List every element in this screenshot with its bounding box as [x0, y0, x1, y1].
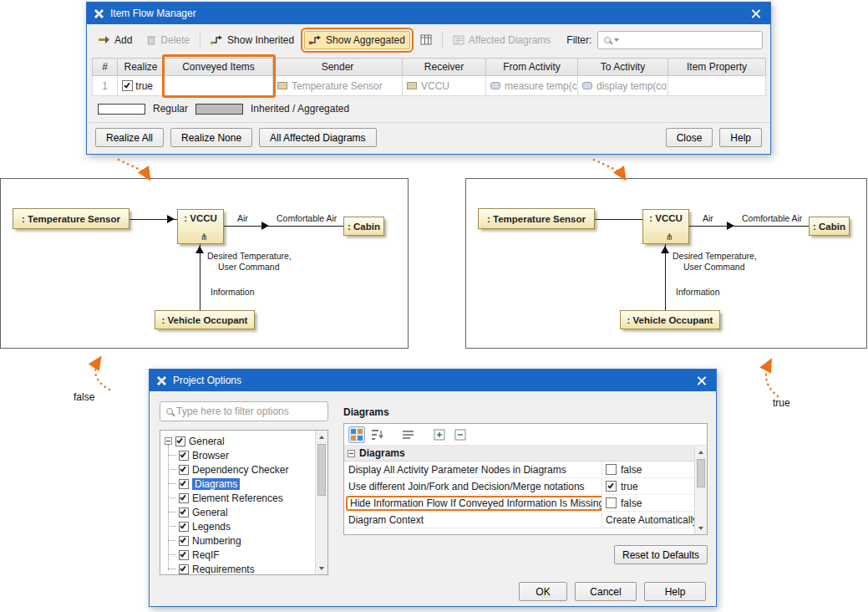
ifm-titlebar[interactable]: Item Flow Manager [87, 3, 770, 24]
col-header-receiver[interactable]: Receiver [403, 59, 486, 76]
tree-checkbox[interactable] [179, 479, 189, 489]
collapse-icon[interactable] [348, 450, 355, 457]
reset-to-defaults-button[interactable]: Reset to Defaults [614, 545, 708, 564]
cancel-button[interactable]: Cancel [575, 582, 637, 601]
vehicle-occupant-node[interactable]: : Vehicle Occupant [155, 310, 255, 329]
filter-options-input[interactable] [176, 405, 322, 417]
temperature-sensor-node[interactable]: : Temperature Sensor [13, 208, 129, 229]
show-description-button[interactable] [400, 426, 417, 443]
scroll-up-icon[interactable] [695, 446, 707, 458]
property-grid-scrollbar[interactable] [694, 446, 707, 534]
tree-item-numbering[interactable]: Numbering [168, 533, 327, 548]
cabin-node[interactable]: : Cabin [809, 217, 850, 236]
tree-checkbox[interactable] [179, 536, 189, 546]
col-header-num[interactable]: # [93, 59, 118, 76]
tree-item-legends[interactable]: Legends [168, 519, 327, 533]
options-tree: General Browser Dependency Checker Diagr… [160, 430, 328, 575]
tree-item-dependency-checker[interactable]: Dependency Checker [168, 462, 327, 477]
affected-diagrams-button[interactable]: Affected Diagrams [449, 32, 556, 48]
help-button[interactable]: Help [644, 582, 706, 601]
col-header-item-property[interactable]: Item Property [668, 59, 766, 76]
realize-checkbox[interactable] [122, 80, 133, 91]
options-filter-box[interactable] [160, 401, 328, 421]
legend-inherited-swatch [195, 104, 243, 115]
ok-button[interactable]: OK [519, 582, 567, 601]
tree-checkbox[interactable] [179, 493, 189, 503]
cell-conveyed-items[interactable] [165, 76, 273, 96]
po-close-icon[interactable] [694, 373, 709, 388]
table-row[interactable]: 1 true Temperature Sensor VCCU measure t… [93, 76, 766, 96]
col-header-from-activity[interactable]: From Activity [486, 59, 578, 76]
cabin-node[interactable]: : Cabin [343, 217, 384, 236]
value-checkbox[interactable] [606, 481, 617, 492]
filter-label: Filter: [566, 34, 591, 46]
col-header-to-activity[interactable]: To Activity [578, 59, 668, 76]
realize-all-button[interactable]: Realize All [95, 128, 164, 147]
desired-temperature-label: Desired Temperature, [207, 251, 292, 261]
tree-checkbox[interactable] [179, 550, 189, 560]
help-button[interactable]: Help [719, 128, 762, 147]
scroll-down-icon[interactable] [695, 522, 707, 534]
tree-checkbox[interactable] [179, 465, 189, 475]
property-row[interactable]: Diagram Context Create Automatically [344, 512, 694, 528]
col-header-conveyed-items[interactable]: Conveyed Items [165, 59, 273, 76]
col-header-sender[interactable]: Sender [273, 59, 403, 76]
expand-all-button[interactable] [431, 426, 448, 443]
temperature-sensor-node[interactable]: : Temperature Sensor [478, 208, 595, 229]
internal-structure-icon: ⋔ [201, 232, 208, 242]
tree-scrollbar[interactable] [315, 431, 327, 574]
po-titlebar[interactable]: Project Options [150, 370, 716, 391]
realize-none-button[interactable]: Realize None [170, 128, 252, 147]
show-inherited-button[interactable]: Show Inherited [206, 32, 298, 48]
filter-searchbox[interactable] [597, 31, 763, 49]
chevron-down-icon[interactable] [614, 38, 619, 42]
tree-checkbox[interactable] [175, 436, 185, 446]
collapse-icon[interactable] [165, 437, 172, 445]
tree-checkbox[interactable] [179, 522, 189, 532]
diagram-panel-right: : Temperature Sensor : VCCU ⋔ Air Comfor… [465, 178, 867, 349]
tree-item-reqif[interactable]: ReqIF [168, 548, 327, 562]
show-aggregated-button[interactable]: Show Aggregated [304, 31, 410, 49]
cell-from-activity: measure temp(co [486, 76, 578, 96]
close-button[interactable]: Close [666, 128, 713, 147]
categorized-view-button[interactable] [348, 426, 365, 443]
scrollbar-thumb[interactable] [697, 459, 705, 487]
property-row-hide-information-flow[interactable]: Hide Information Flow If Conveyed Inform… [344, 495, 694, 512]
tree-item-diagrams[interactable]: Diagrams [168, 477, 327, 491]
vccu-node[interactable]: : VCCU ⋔ [177, 209, 224, 244]
tree-item-general[interactable]: General [168, 505, 327, 519]
filter-input[interactable] [622, 34, 756, 46]
scroll-up-icon[interactable] [316, 431, 327, 443]
tree-checkbox[interactable] [179, 507, 189, 518]
toolbar-separator [200, 32, 201, 48]
tree-checkbox[interactable] [179, 451, 189, 461]
internal-structure-icon: ⋔ [666, 232, 673, 242]
scrollbar-thumb[interactable] [317, 444, 326, 496]
property-row[interactable]: Display All Activity Parameter Nodes in … [344, 462, 694, 478]
property-group-diagrams[interactable]: Diagrams [344, 446, 694, 462]
all-affected-diagrams-button[interactable]: All Affected Diagrams [259, 128, 377, 147]
categorized-icon [351, 429, 363, 441]
ifm-close-icon[interactable] [749, 6, 764, 21]
tree-item-browser[interactable]: Browser [168, 448, 327, 462]
sort-alphabetically-button[interactable] [369, 426, 386, 443]
scroll-down-icon[interactable] [316, 562, 327, 574]
vccu-node[interactable]: : VCCU ⋔ [642, 209, 689, 244]
col-header-realize[interactable]: Realize [118, 59, 165, 76]
description-icon [403, 430, 414, 440]
tree-item-element-references[interactable]: Element References [168, 491, 327, 505]
delete-button[interactable]: Delete [142, 32, 194, 48]
collapse-all-button[interactable] [452, 426, 469, 443]
select-columns-button[interactable] [416, 32, 436, 48]
ifm-title: Item Flow Manager [110, 8, 196, 19]
tree-item-requirements[interactable]: Requirements [168, 562, 327, 575]
tree-root-general[interactable]: General [165, 434, 327, 448]
property-row[interactable]: Use different Join/Fork and Decision/Mer… [344, 478, 694, 495]
user-command-label: User Command [683, 262, 745, 272]
tree-checkbox[interactable] [179, 564, 189, 574]
value-checkbox[interactable] [606, 464, 617, 475]
value-checkbox[interactable] [606, 497, 617, 508]
add-button[interactable]: Add [94, 32, 136, 48]
vehicle-occupant-node[interactable]: : Vehicle Occupant [620, 310, 720, 329]
ifm-right-buttons: Close Help [666, 128, 762, 147]
